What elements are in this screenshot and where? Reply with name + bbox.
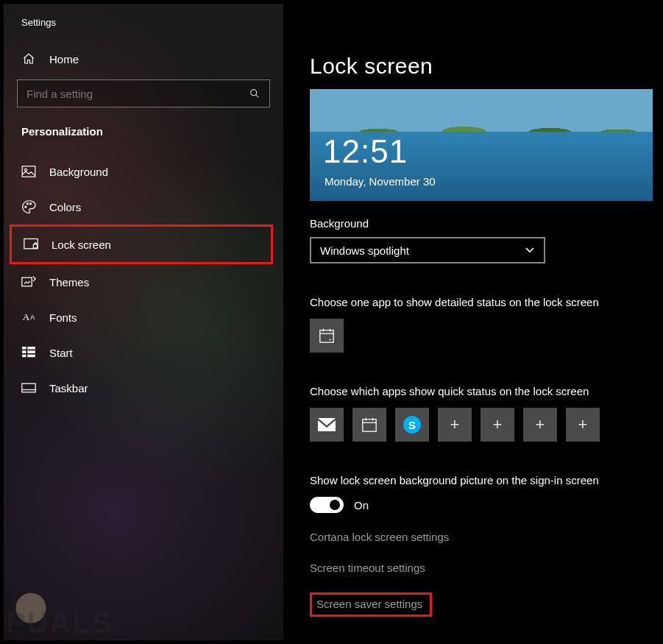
themes-icon [21, 275, 36, 289]
sidebar-item-label: Taskbar [49, 382, 88, 394]
background-dropdown[interactable]: Windows spotlight [310, 237, 545, 263]
svg-rect-14 [27, 355, 35, 358]
skype-icon: S [403, 416, 421, 434]
mail-icon [318, 418, 336, 431]
quick-status-add-3[interactable]: + [523, 408, 557, 442]
svg-point-4 [26, 203, 28, 205]
fonts-icon: AA [21, 310, 36, 325]
watermark-text: PUALS [6, 606, 113, 640]
sidebar-item-label: Background [49, 166, 108, 178]
svg-point-2 [24, 169, 26, 171]
svg-rect-13 [22, 355, 26, 358]
quick-status-calendar[interactable] [352, 408, 386, 442]
svg-rect-9 [22, 347, 26, 350]
svg-rect-1 [22, 166, 35, 177]
svg-rect-15 [22, 383, 35, 392]
sidebar-item-taskbar[interactable]: Taskbar [4, 370, 283, 406]
home-nav[interactable]: Home [4, 46, 283, 79]
window-frame: Settings Home Personalization [2, 2, 661, 642]
detailed-status-app[interactable] [310, 319, 344, 353]
sidebar: Settings Home Personalization [4, 4, 283, 640]
search-input[interactable] [17, 79, 270, 107]
sidebar-item-label: Fonts [49, 311, 77, 324]
quick-status-add-4[interactable]: + [566, 408, 600, 442]
svg-rect-12 [27, 350, 35, 353]
quick-status-tiles: S + + + + [310, 408, 637, 442]
calendar-icon [361, 417, 377, 433]
svg-rect-7 [33, 244, 37, 248]
background-label: Background [310, 217, 637, 230]
quick-status-label: Choose which apps show quick status on t… [310, 385, 637, 397]
sidebar-item-colors[interactable]: Colors [4, 189, 283, 224]
plus-icon: + [536, 415, 545, 434]
svg-point-0 [251, 90, 257, 96]
svg-rect-11 [22, 350, 26, 353]
sidebar-item-label: Start [49, 347, 73, 359]
signin-toggle-label: Show lock screen background picture on t… [310, 474, 637, 486]
link-screen-timeout[interactable]: Screen timeout settings [310, 562, 425, 574]
detailed-status-label: Choose one app to show detailed status o… [310, 296, 637, 308]
sidebar-item-label: Themes [49, 276, 89, 289]
toggle-state-label: On [354, 499, 369, 512]
preview-date: Monday, November 30 [325, 175, 436, 188]
sidebar-item-label: Colors [49, 201, 81, 213]
link-cortana-settings[interactable]: Cortana lock screen settings [310, 531, 449, 543]
preview-time: 12:51 [323, 133, 408, 170]
link-screen-saver[interactable]: Screen saver settings [310, 592, 432, 617]
search-icon [249, 88, 260, 99]
quick-status-skype[interactable]: S [395, 408, 429, 442]
plus-icon: + [450, 415, 460, 434]
lock-screen-preview: 12:51 Monday, November 30 [310, 89, 653, 201]
chevron-down-icon [525, 247, 535, 254]
palette-icon [21, 199, 36, 214]
calendar-icon [319, 328, 335, 344]
sidebar-item-lock-screen[interactable]: Lock screen [10, 224, 273, 264]
category-label: Personalization [4, 125, 283, 154]
svg-point-3 [25, 206, 26, 208]
svg-rect-10 [27, 347, 35, 350]
search-field[interactable] [26, 88, 249, 100]
svg-rect-27 [363, 420, 376, 432]
lock-screen-icon [24, 237, 38, 252]
svg-point-5 [30, 203, 32, 205]
sidebar-item-themes[interactable]: Themes [4, 264, 283, 300]
page-title: Lock screen [310, 54, 637, 79]
svg-rect-17 [320, 330, 333, 343]
sidebar-item-background[interactable]: Background [4, 154, 283, 189]
quick-status-add-1[interactable]: + [438, 408, 472, 442]
sidebar-item-start[interactable]: Start [4, 335, 283, 370]
quick-status-add-2[interactable]: + [481, 408, 514, 442]
home-icon [21, 52, 36, 66]
app-title: Settings [4, 17, 283, 46]
quick-status-mail[interactable] [310, 408, 344, 442]
signin-toggle[interactable] [310, 497, 344, 513]
home-label: Home [49, 53, 79, 66]
content-pane: Lock screen 12:51 Monday, November 30 Ba… [288, 4, 659, 640]
taskbar-icon [21, 381, 36, 395]
dropdown-value: Windows spotlight [320, 244, 409, 257]
sidebar-item-fonts[interactable]: AA Fonts [4, 300, 283, 335]
sidebar-item-label: Lock screen [52, 238, 111, 251]
picture-icon [21, 164, 36, 179]
plus-icon: + [493, 415, 503, 434]
start-icon [21, 345, 36, 360]
plus-icon: + [578, 415, 588, 434]
